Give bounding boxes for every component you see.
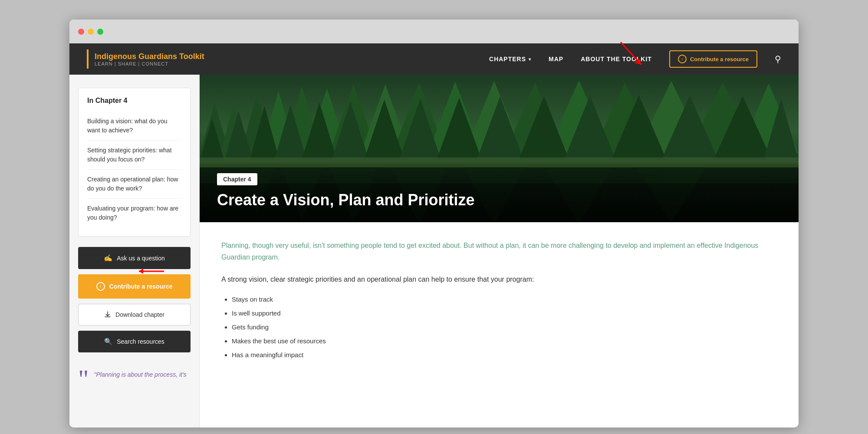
navbar: Indigenous Guardians Toolkit LEARN | SHA… xyxy=(69,43,799,75)
traffic-lights xyxy=(78,29,103,35)
search-icon-sidebar: 🔍 xyxy=(104,338,112,345)
nav-map[interactable]: MAP xyxy=(549,56,563,62)
chevron-down-icon: ▾ xyxy=(529,57,531,62)
sidebar: In Chapter 4 Building a vision: what do … xyxy=(69,75,200,427)
contribute-resource-button-nav[interactable]: ↑ Contribute a resource xyxy=(669,50,757,68)
chapter-item-2[interactable]: Setting strategic priorities: what shoul… xyxy=(87,141,181,170)
bullet-item-3: Gets funding xyxy=(232,320,777,334)
maximize-button[interactable] xyxy=(97,29,103,35)
body-paragraph: A strong vision, clear strategic priorit… xyxy=(221,273,777,285)
brand-text: Indigenous Guardians Toolkit LEARN | SHA… xyxy=(95,52,204,66)
brand-title-colored: Toolkit xyxy=(179,52,204,61)
bullet-item-2: Is well supported xyxy=(232,306,777,320)
hero-overlay: Chapter 4 Create a Vision, Plan and Prio… xyxy=(200,160,799,222)
hero-image: Chapter 4 Create a Vision, Plan and Prio… xyxy=(200,75,799,222)
sidebar-buttons: ✍ Ask us a question ↑ Contribute a resou… xyxy=(78,247,191,352)
search-icon-nav[interactable]: ⚲ xyxy=(775,54,781,64)
search-resources-button[interactable]: 🔍 Search resources xyxy=(78,331,191,352)
chat-icon: ✍ xyxy=(104,254,112,262)
quote-mark-icon: " xyxy=(78,370,89,388)
bullet-item-5: Has a meaningful impact xyxy=(232,348,777,362)
chapter-badge: Chapter 4 xyxy=(217,173,257,185)
download-chapter-button[interactable]: Download chapter xyxy=(78,304,191,326)
chapter-item-3[interactable]: Creating an operational plan: how do you… xyxy=(87,170,181,199)
main-content: Chapter 4 Create a Vision, Plan and Prio… xyxy=(200,75,799,427)
nav-links: CHAPTERS ▾ MAP ABOUT THE TOOLKIT ↑ Contr… xyxy=(489,50,781,68)
in-chapter-title: In Chapter 4 xyxy=(87,97,181,105)
brand-subtitle: LEARN | SHARE | CONNECT xyxy=(95,61,204,66)
brand-title-plain: Indigenous Guardians xyxy=(95,52,179,61)
contribute-label: Contribute a resource xyxy=(109,283,172,290)
brand-title: Indigenous Guardians Toolkit xyxy=(95,52,204,61)
main-body: Planning, though very useful, isn't some… xyxy=(200,222,799,379)
bullet-list: Stays on track Is well supported Gets fu… xyxy=(221,293,777,362)
chapter-item-1[interactable]: Building a vision: what do you want to a… xyxy=(87,112,181,141)
brand-logo: Indigenous Guardians Toolkit LEARN | SHA… xyxy=(87,49,204,69)
quote-box: " "Planning is about the process, it's xyxy=(78,363,191,395)
ask-question-button[interactable]: ✍ Ask us a question xyxy=(78,247,191,269)
contribute-btn-nav-label: Contribute a resource xyxy=(690,56,749,62)
minimize-button[interactable] xyxy=(88,29,94,35)
bullet-item-1: Stays on track xyxy=(232,293,777,306)
chapter-item-4[interactable]: Evaluating your program: how are you doi… xyxy=(87,199,181,227)
hero-title: Create a Vision, Plan and Prioritize xyxy=(217,191,781,209)
contribute-resource-button-sidebar[interactable]: ↑ Contribute a resource xyxy=(78,274,191,299)
bullet-item-4: Makes the best use of resources xyxy=(232,334,777,348)
upload-icon-nav: ↑ xyxy=(678,55,687,63)
chapters-label: CHAPTERS xyxy=(489,56,526,62)
upload-icon-sidebar: ↑ xyxy=(96,282,105,291)
in-chapter-box: In Chapter 4 Building a vision: what do … xyxy=(78,88,191,237)
search-resources-label: Search resources xyxy=(117,338,164,345)
map-label: MAP xyxy=(549,56,563,62)
nav-chapters[interactable]: CHAPTERS ▾ xyxy=(489,56,531,62)
intro-paragraph: Planning, though very useful, isn't some… xyxy=(221,240,777,263)
nav-about[interactable]: ABOUT THE TOOLKIT xyxy=(581,56,652,62)
quote-text: "Planning is about the process, it's xyxy=(94,370,187,388)
close-button[interactable] xyxy=(78,29,84,35)
page-content: In Chapter 4 Building a vision: what do … xyxy=(69,75,799,427)
download-label: Download chapter xyxy=(115,311,164,318)
download-icon xyxy=(104,311,111,318)
about-label: ABOUT THE TOOLKIT xyxy=(581,56,652,62)
ask-question-label: Ask us a question xyxy=(117,255,165,262)
browser-chrome xyxy=(69,20,799,43)
brand-bar xyxy=(87,49,89,69)
